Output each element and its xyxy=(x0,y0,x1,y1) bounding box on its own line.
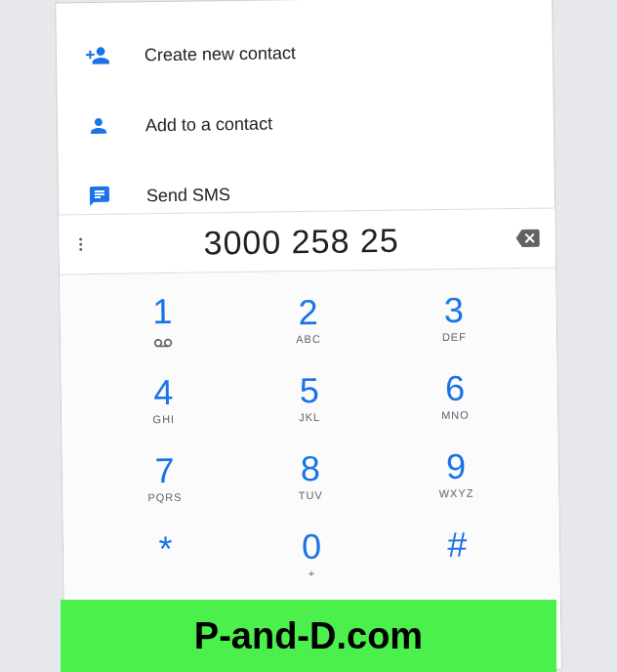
svg-point-3 xyxy=(154,339,161,346)
svg-point-0 xyxy=(79,237,82,240)
watermark-banner: P-and-D.com xyxy=(61,600,556,672)
svg-point-1 xyxy=(79,243,82,246)
key-4[interactable]: 4GHI xyxy=(90,360,236,441)
key-2[interactable]: 2ABC xyxy=(235,280,382,360)
add-person-icon xyxy=(84,42,111,69)
key-6[interactable]: 6MNO xyxy=(382,357,528,437)
svg-point-2 xyxy=(79,248,82,251)
dialer-screen: Create new contact Add to a contact Send… xyxy=(56,0,561,672)
key-5[interactable]: 5JKL xyxy=(236,358,383,439)
backspace-button[interactable] xyxy=(500,226,555,250)
key-7[interactable]: 7PQRS xyxy=(91,439,237,519)
key-star[interactable]: * xyxy=(93,517,239,597)
key-9[interactable]: 9WXYZ xyxy=(383,435,529,515)
person-icon xyxy=(85,112,112,140)
create-contact-row[interactable]: Create new contact xyxy=(56,14,553,91)
add-to-contact-row[interactable]: Add to a contact xyxy=(57,84,554,161)
key-8[interactable]: 8TUV xyxy=(237,437,384,517)
voicemail-icon xyxy=(153,333,173,351)
key-1[interactable]: 1 xyxy=(89,282,235,362)
key-3[interactable]: 3DEF xyxy=(381,278,527,358)
dialed-number: 3000 258 25 xyxy=(102,220,501,264)
sms-icon xyxy=(86,183,113,210)
more-options-button[interactable] xyxy=(60,235,103,254)
dialpad-grid: 1 2ABC 3DEF 4GHI 5JKL 6MNO 7PQRS 8TUV 9W… xyxy=(60,268,560,597)
send-sms-label: Send SMS xyxy=(146,185,230,206)
add-to-contact-label: Add to a contact xyxy=(145,113,272,136)
key-hash[interactable]: # xyxy=(384,513,530,593)
watermark-text: P-and-D.com xyxy=(194,615,423,657)
create-contact-label: Create new contact xyxy=(144,43,296,65)
contact-actions: Create new contact Add to a contact Send… xyxy=(56,0,555,232)
svg-point-4 xyxy=(164,339,171,346)
key-0[interactable]: 0+ xyxy=(238,515,385,595)
number-bar: 3000 258 25 xyxy=(59,207,555,274)
